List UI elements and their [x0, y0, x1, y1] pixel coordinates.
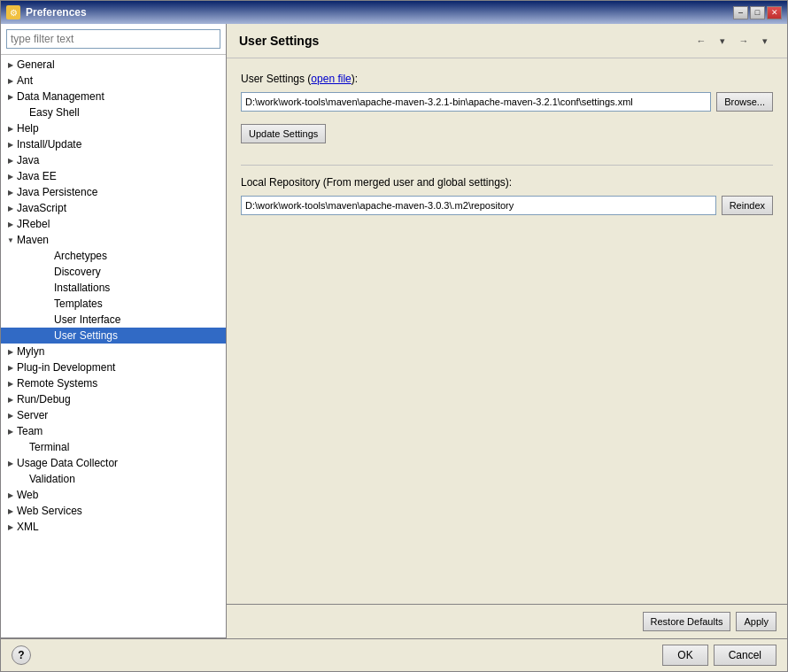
- footer-bar: ? OK Cancel: [1, 638, 787, 671]
- sidebar-item-installations[interactable]: Installations: [1, 280, 226, 296]
- forward-dropdown2-button[interactable]: ▾: [755, 31, 775, 50]
- sidebar-item-templates[interactable]: Templates: [1, 296, 226, 312]
- user-settings-path-input[interactable]: [241, 92, 711, 112]
- sidebar-label-data-management: Data Management: [17, 90, 104, 103]
- preferences-window: ⚙ Preferences – □ ✕ General Ant: [0, 0, 788, 672]
- maximize-button[interactable]: □: [750, 6, 765, 19]
- sidebar-label-xml: XML: [17, 521, 39, 533]
- expand-arrow-team: [4, 425, 17, 437]
- sidebar-item-terminal[interactable]: Terminal: [1, 439, 226, 455]
- sidebar-label-help: Help: [17, 122, 39, 135]
- expand-arrow-remote-systems: [4, 377, 17, 390]
- sidebar-label-server: Server: [17, 409, 48, 421]
- title-bar-controls: – □ ✕: [733, 6, 782, 19]
- right-header-tools: ← ▾ → ▾: [691, 31, 775, 50]
- sidebar-item-web-services[interactable]: Web Services: [1, 503, 226, 519]
- right-panel: User Settings ← ▾ → ▾ User Settings (ope…: [227, 24, 787, 638]
- sidebar-item-remote-systems[interactable]: Remote Systems: [1, 375, 226, 391]
- forward-button[interactable]: →: [734, 31, 753, 50]
- back-button[interactable]: ←: [691, 31, 711, 50]
- sidebar-label-web-services: Web Services: [17, 505, 82, 517]
- apply-button[interactable]: Apply: [736, 612, 776, 631]
- sidebar-label-remote-systems: Remote Systems: [17, 377, 97, 390]
- expand-arrow-mylyn: [4, 345, 17, 358]
- sidebar-item-discovery[interactable]: Discovery: [1, 264, 226, 280]
- sidebar-item-java-ee[interactable]: Java EE: [1, 168, 226, 184]
- sidebar-item-general[interactable]: General: [1, 57, 226, 73]
- sidebar-item-jrebel[interactable]: JRebel: [1, 216, 226, 232]
- local-repo-label: Local Repository (From merged user and g…: [241, 176, 773, 189]
- browse-button[interactable]: Browse...: [716, 92, 773, 112]
- expand-arrow-user-interface: [42, 313, 54, 326]
- footer-right: OK Cancel: [662, 645, 776, 666]
- expand-arrow-installations: [42, 282, 54, 294]
- sidebar-label-web: Web: [17, 489, 38, 501]
- tree-view: General Ant Data Management Easy Shell H…: [1, 55, 226, 637]
- sidebar-item-plugin-dev[interactable]: Plug-in Development: [1, 359, 226, 375]
- expand-arrow-web: [4, 489, 17, 501]
- restore-defaults-button[interactable]: Restore Defaults: [643, 612, 731, 631]
- sidebar-item-javascript[interactable]: JavaScript: [1, 200, 226, 216]
- sidebar-label-validation: Validation: [29, 473, 75, 485]
- sidebar-item-help[interactable]: Help: [1, 120, 226, 136]
- window-icon: ⚙: [6, 5, 20, 19]
- sidebar-item-validation[interactable]: Validation: [1, 471, 226, 487]
- sidebar-label-java-ee: Java EE: [17, 170, 57, 182]
- sidebar-item-ant[interactable]: Ant: [1, 73, 226, 89]
- sidebar-item-install-update[interactable]: Install/Update: [1, 136, 226, 152]
- right-panel-title: User Settings: [239, 34, 319, 48]
- cancel-button[interactable]: Cancel: [714, 645, 776, 666]
- sidebar-label-terminal: Terminal: [29, 441, 69, 453]
- sidebar-item-user-settings[interactable]: User Settings: [1, 328, 226, 344]
- sidebar-item-web[interactable]: Web: [1, 487, 226, 503]
- sidebar-item-mylyn[interactable]: Mylyn: [1, 344, 226, 359]
- title-bar-left: ⚙ Preferences: [6, 5, 87, 19]
- sidebar-item-archetypes[interactable]: Archetypes: [1, 248, 226, 264]
- filter-input[interactable]: [6, 29, 220, 49]
- sidebar-item-easy-shell[interactable]: Easy Shell: [1, 104, 226, 120]
- sidebar-label-javascript: JavaScript: [17, 202, 66, 214]
- bottom-action-bar: Restore Defaults Apply: [227, 604, 787, 638]
- open-file-link[interactable]: open file: [311, 73, 351, 85]
- sidebar-label-easy-shell: Easy Shell: [29, 106, 80, 119]
- user-settings-label: User Settings (open file):: [241, 73, 773, 85]
- sidebar-label-discovery: Discovery: [54, 266, 101, 278]
- sidebar-item-java-persistence[interactable]: Java Persistence: [1, 184, 226, 200]
- expand-arrow-user-settings: [42, 329, 54, 342]
- filter-wrapper: [1, 24, 226, 55]
- expand-arrow-server: [4, 409, 17, 421]
- sidebar-label-ant: Ant: [17, 74, 33, 87]
- sidebar-label-installations: Installations: [54, 282, 110, 294]
- close-button[interactable]: ✕: [767, 6, 782, 19]
- left-panel: General Ant Data Management Easy Shell H…: [1, 24, 227, 638]
- pane-area: General Ant Data Management Easy Shell H…: [1, 24, 787, 638]
- expand-arrow-data-mgmt: [4, 90, 17, 103]
- sidebar-label-mylyn: Mylyn: [17, 345, 44, 358]
- expand-arrow-run-debug: [4, 393, 17, 406]
- sidebar-item-data-management[interactable]: Data Management: [1, 89, 226, 104]
- expand-arrow-maven: [4, 234, 17, 246]
- update-settings-button[interactable]: Update Settings: [241, 124, 326, 143]
- expand-arrow-help: [4, 122, 17, 135]
- expand-arrow-general: [4, 58, 17, 71]
- local-repo-path-input[interactable]: [241, 196, 716, 215]
- ok-button[interactable]: OK: [662, 645, 707, 666]
- expand-arrow-usage-data: [4, 457, 17, 469]
- sidebar-item-maven[interactable]: Maven: [1, 232, 226, 248]
- sidebar-item-server[interactable]: Server: [1, 407, 226, 423]
- expand-arrow-jrebel: [4, 218, 17, 230]
- sidebar-item-xml[interactable]: XML: [1, 519, 226, 535]
- sidebar-label-java-persistence: Java Persistence: [17, 186, 97, 198]
- sidebar-item-java[interactable]: Java: [1, 152, 226, 168]
- sidebar-item-run-debug[interactable]: Run/Debug: [1, 391, 226, 407]
- sidebar-item-usage-data-collector[interactable]: Usage Data Collector: [1, 455, 226, 471]
- help-button[interactable]: ?: [12, 645, 31, 665]
- local-repo-file-row: Reindex: [241, 196, 773, 215]
- sidebar-item-team[interactable]: Team: [1, 423, 226, 439]
- sidebar-item-user-interface[interactable]: User Interface: [1, 312, 226, 328]
- reindex-button[interactable]: Reindex: [722, 196, 773, 215]
- right-content: User Settings (open file): Browse... Upd…: [227, 58, 787, 604]
- forward-dropdown-button[interactable]: ▾: [713, 31, 732, 50]
- minimize-button[interactable]: –: [733, 6, 748, 19]
- sidebar-label-java: Java: [17, 154, 39, 166]
